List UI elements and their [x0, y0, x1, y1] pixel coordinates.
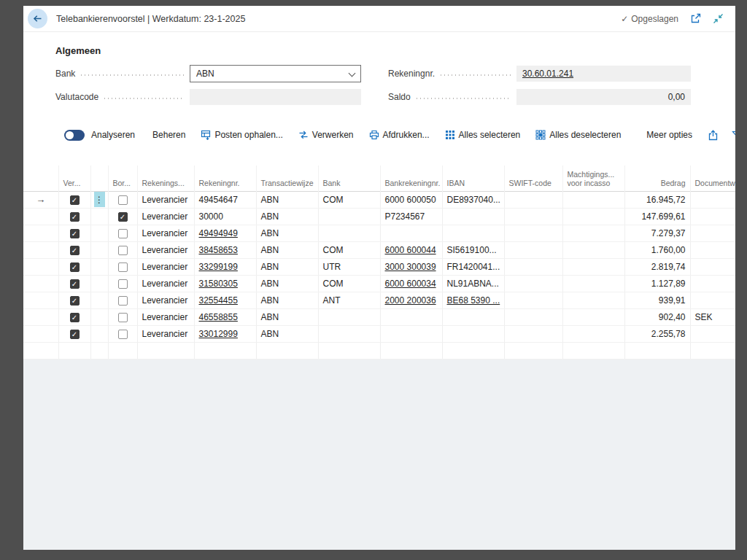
transactiewijze-cell[interactable]: ABN	[256, 258, 318, 275]
rekeningstype-cell[interactable]: Leverancier	[137, 241, 194, 258]
transactiewijze-cell[interactable]: ABN	[256, 325, 318, 342]
documentwaluta-cell[interactable]	[690, 325, 735, 342]
iban-cell[interactable]: NL91ABNA...	[442, 275, 504, 292]
col-borderel[interactable]: Bor...	[108, 166, 137, 191]
borderel-checkbox[interactable]	[118, 262, 128, 272]
open-in-new-window-icon[interactable]	[690, 13, 701, 24]
borderel-cell[interactable]	[108, 258, 137, 275]
bankrekeningnr-cell[interactable]: 6000 600050	[380, 191, 442, 208]
bankrekeningnr-cell[interactable]: 3000 300039	[380, 258, 442, 275]
documentwaluta-cell[interactable]	[690, 292, 735, 308]
machtiging-cell[interactable]	[562, 241, 624, 258]
deselect-all-button[interactable]: Alles deselecteren	[535, 130, 621, 140]
rekeningnr-cell-link[interactable]: 49494949	[199, 228, 238, 238]
rekeningnr-cell[interactable]: 30000	[194, 208, 256, 225]
rekeningnr-cell-link[interactable]: 38458653	[199, 245, 238, 255]
col-rekeningnr[interactable]: Rekeningnr.	[194, 166, 256, 191]
table-row[interactable]: ✓Leverancier46558855ABN902,40SEK	[23, 308, 735, 325]
transactiewijze-cell[interactable]: ABN	[256, 241, 318, 258]
borderel-cell[interactable]: ✓	[108, 208, 137, 225]
swift-cell[interactable]	[504, 191, 562, 208]
documentwaluta-cell[interactable]	[690, 275, 735, 292]
verwerken-cell[interactable]: ✓	[58, 191, 90, 208]
col-bank[interactable]: Bank	[318, 166, 380, 191]
iban-cell[interactable]	[442, 208, 504, 225]
transactiewijze-cell[interactable]: ABN	[256, 191, 318, 208]
borderel-cell[interactable]	[108, 225, 137, 241]
share-icon[interactable]	[708, 130, 719, 141]
toggle-switch-icon[interactable]	[64, 130, 85, 141]
verwerken-cell[interactable]: ✓	[58, 208, 90, 225]
borderel-cell[interactable]	[108, 241, 137, 258]
iban-cell[interactable]: FR1420041...	[442, 258, 504, 275]
borderel-checkbox[interactable]	[118, 296, 128, 306]
borderel-cell[interactable]	[108, 275, 137, 292]
bankrekeningnr-cell-link[interactable]: 6000 600034	[385, 279, 436, 289]
bedrag-cell[interactable]: 147.699,61	[624, 208, 690, 225]
analyze-toggle[interactable]: Analyseren	[64, 130, 135, 141]
verwerken-checkbox[interactable]: ✓	[70, 330, 80, 339]
swift-cell[interactable]	[504, 308, 562, 325]
bedrag-cell[interactable]: 1.127,89	[624, 275, 690, 292]
bank-cell[interactable]	[318, 225, 380, 241]
verwerken-cell[interactable]: ✓	[58, 225, 90, 241]
rekeningstype-cell[interactable]: Leverancier	[137, 225, 194, 241]
rekeningnr-link[interactable]: 30.60.01.241	[522, 69, 573, 79]
bedrag-cell[interactable]: 2.255,78	[624, 325, 690, 342]
print-button[interactable]: Afdrukken...	[369, 130, 430, 140]
col-transactiewijze[interactable]: Transactiewijze	[256, 166, 318, 191]
col-bankrekeningnr[interactable]: Bankrekeningnr.	[380, 166, 442, 191]
machtiging-cell[interactable]	[562, 275, 624, 292]
rekeningstype-cell[interactable]: Leverancier	[137, 308, 194, 325]
documentwaluta-cell[interactable]: SEK	[690, 308, 735, 325]
swift-cell[interactable]	[504, 208, 562, 225]
swift-cell[interactable]	[504, 225, 562, 241]
rekeningstype-cell[interactable]: Leverancier	[137, 208, 194, 225]
table-row[interactable]: ✓Leverancier32554455ABNANT2000 200036BE6…	[23, 292, 735, 308]
col-documentwaluta[interactable]: Documentw...	[690, 166, 735, 191]
iban-cell[interactable]	[442, 325, 504, 342]
borderel-checkbox[interactable]	[118, 279, 128, 289]
documentwaluta-cell[interactable]	[690, 258, 735, 275]
documentwaluta-cell[interactable]	[690, 191, 735, 208]
bankrekeningnr-cell[interactable]: 2000 200036	[380, 292, 442, 308]
machtiging-cell[interactable]	[562, 208, 624, 225]
transactiewijze-cell[interactable]: ABN	[256, 275, 318, 292]
iban-cell[interactable]: SI5619100...	[442, 241, 504, 258]
collapse-window-icon[interactable]	[713, 13, 724, 24]
borderel-cell[interactable]	[108, 292, 137, 308]
rekeningnr-cell[interactable]: 38458653	[194, 241, 256, 258]
bedrag-cell[interactable]: 2.819,74	[624, 258, 690, 275]
bank-cell[interactable]	[318, 308, 380, 325]
row-menu-icon[interactable]: ⋮	[94, 192, 105, 207]
rekeningnr-cell-link[interactable]: 32554455	[199, 295, 238, 306]
borderel-checkbox[interactable]	[118, 246, 128, 255]
verwerken-cell[interactable]: ✓	[58, 308, 90, 325]
table-row[interactable]: ✓Leverancier33012999ABN2.255,78	[23, 325, 735, 342]
bankrekeningnr-cell[interactable]	[380, 225, 442, 241]
borderel-checkbox[interactable]	[118, 229, 128, 238]
bank-cell[interactable]: COM	[318, 275, 380, 292]
bankrekeningnr-cell[interactable]	[380, 308, 442, 325]
bank-cell[interactable]: UTR	[318, 258, 380, 275]
borderel-cell[interactable]	[108, 191, 137, 208]
rekeningstype-cell[interactable]: Leverancier	[137, 325, 194, 342]
bedrag-cell[interactable]: 16.945,72	[624, 191, 690, 208]
table-row[interactable]: ✓Leverancier38458653ABNCOM6000 600044SI5…	[23, 241, 735, 258]
get-entries-button[interactable]: Posten ophalen...	[201, 130, 282, 140]
table-row[interactable]: ✓✓Leverancier30000ABNP7234567147.699,61	[23, 208, 735, 225]
transactiewijze-cell[interactable]: ABN	[256, 225, 318, 241]
bankrekeningnr-cell[interactable]: 6000 600034	[380, 275, 442, 292]
bankrekeningnr-cell-link[interactable]: 2000 200036	[385, 295, 436, 306]
swift-cell[interactable]	[504, 275, 562, 292]
bankrekeningnr-cell[interactable]: 6000 600044	[380, 241, 442, 258]
transactiewijze-cell[interactable]: ABN	[256, 208, 318, 225]
documentwaluta-cell[interactable]	[690, 241, 735, 258]
transactiewijze-cell[interactable]: ABN	[256, 292, 318, 308]
bank-cell[interactable]: ANT	[318, 292, 380, 308]
bankrekeningnr-cell-link[interactable]: 6000 600044	[385, 245, 436, 255]
bankrekeningnr-cell[interactable]	[380, 325, 442, 342]
bedrag-cell[interactable]: 7.279,37	[624, 225, 690, 241]
documentwaluta-cell[interactable]	[690, 225, 735, 241]
swift-cell[interactable]	[504, 325, 562, 342]
